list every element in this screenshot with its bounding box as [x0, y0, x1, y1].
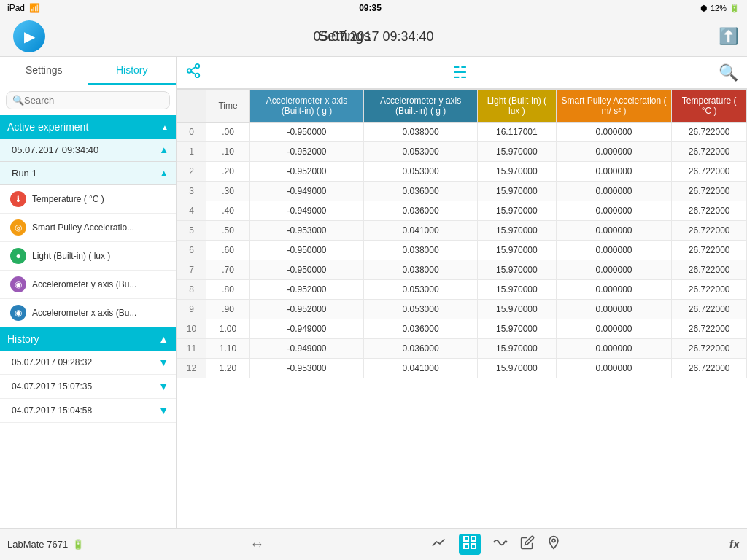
- cell-temp: 26.722000: [672, 300, 747, 319]
- svg-line-3: [191, 71, 196, 74]
- svg-rect-6: [471, 537, 476, 541]
- export-icon[interactable]: ⬆️: [719, 27, 738, 46]
- cell-accel-x: -0.952000: [250, 142, 364, 162]
- main-layout: Settings History 🔍 Active experiment ▲ 0…: [0, 57, 747, 528]
- cell-smart-pulley: 0.000000: [556, 122, 672, 142]
- cell-accel-y: 0.053000: [364, 142, 478, 162]
- cell-temp: 26.722000: [672, 201, 747, 221]
- header: ▶ Settings 05.07.2017 09:34:40 ⬆️: [0, 16, 747, 57]
- history-date-2: 04.07.2017 15:04:58: [12, 405, 92, 416]
- line-chart-icon[interactable]: [431, 536, 447, 553]
- fx-button[interactable]: fx: [729, 538, 740, 551]
- col-header-smart-pulley: Smart Pulley Acceleration ( m/ s² ): [556, 90, 672, 122]
- table-row: 3 .30 -0.949000 0.036000 15.970000 0.000…: [177, 182, 747, 201]
- cell-accel-y: 0.053000: [364, 162, 478, 182]
- history-label: History: [7, 333, 39, 345]
- col-header-accel-x: Accelerometer x axis (Built-in) ( g ): [250, 90, 364, 122]
- cell-temp: 26.722000: [672, 319, 747, 339]
- history-item-2[interactable]: 04.07.2017 15:04:58 ▼: [0, 399, 176, 423]
- svg-line-4: [191, 67, 196, 70]
- search-box[interactable]: 🔍: [6, 91, 170, 109]
- cell-row-num: 11: [177, 339, 206, 359]
- history-item-1[interactable]: 04.07.2017 15:07:35 ▼: [0, 375, 176, 399]
- cell-smart-pulley: 0.000000: [556, 162, 672, 182]
- cell-accel-x: -0.952000: [250, 280, 364, 300]
- sensor-temperature[interactable]: 🌡 Temperature ( °C ): [0, 185, 176, 214]
- filter-icon[interactable]: ☵: [453, 63, 468, 82]
- cell-row-num: 10: [177, 319, 206, 339]
- bottom-icons: [431, 534, 561, 555]
- wave-icon[interactable]: [492, 536, 508, 553]
- cell-time: .80: [206, 280, 250, 300]
- cell-accel-y: 0.038000: [364, 260, 478, 280]
- cell-accel-x: -0.953000: [250, 359, 364, 378]
- cell-smart-pulley: 0.000000: [556, 359, 672, 378]
- search-input[interactable]: [24, 95, 163, 106]
- cell-row-num: 12: [177, 359, 206, 378]
- cell-temp: 26.722000: [672, 241, 747, 260]
- tab-settings[interactable]: Settings: [0, 57, 88, 85]
- active-experiment-label: Active experiment: [7, 121, 88, 133]
- cell-accel-x: -0.953000: [250, 221, 364, 241]
- table-row: 8 .80 -0.952000 0.053000 15.970000 0.000…: [177, 280, 747, 300]
- experiment-date-item[interactable]: 05.07.2017 09:34:40 ▲: [0, 139, 176, 162]
- edit-icon[interactable]: [520, 535, 535, 553]
- history-date-1: 04.07.2017 15:07:35: [12, 381, 92, 392]
- bottom-toolbar: LabMate 7671 🔋 ⤢: [0, 528, 747, 560]
- cell-accel-y: 0.036000: [364, 319, 478, 339]
- cell-time: 1.20: [206, 359, 250, 378]
- light-icon: ●: [10, 248, 26, 264]
- sensor-accel-y[interactable]: ◉ Accelerometer y axis (Bu...: [0, 271, 176, 299]
- table-row: 6 .60 -0.950000 0.038000 15.970000 0.000…: [177, 241, 747, 260]
- cell-accel-x: -0.952000: [250, 300, 364, 319]
- cell-smart-pulley: 0.000000: [556, 201, 672, 221]
- diagonal-icon: ⤢: [249, 536, 266, 553]
- tab-history[interactable]: History: [88, 57, 177, 85]
- history-item-0-arrow: ▼: [158, 357, 169, 368]
- sensor-accel-x-label: Accelerometer x axis (Bu...: [32, 308, 136, 318]
- cell-accel-x: -0.949000: [250, 182, 364, 201]
- history-item-0[interactable]: 05.07.2017 09:28:32 ▼: [0, 351, 176, 375]
- cell-smart-pulley: 0.000000: [556, 260, 672, 280]
- table-row: 10 1.00 -0.949000 0.036000 15.970000 0.0…: [177, 319, 747, 339]
- search-content-icon[interactable]: 🔍: [719, 63, 738, 82]
- cell-light: 15.970000: [478, 241, 557, 260]
- sensor-smart-pulley[interactable]: ◎ Smart Pulley Acceleratio...: [0, 214, 176, 242]
- cell-accel-y: 0.038000: [364, 122, 478, 142]
- cell-time: .40: [206, 201, 250, 221]
- status-time: 09:35: [359, 3, 382, 13]
- cell-row-num: 7: [177, 260, 206, 280]
- col-header-row: [177, 90, 206, 122]
- history-section-header[interactable]: History ▲: [0, 327, 176, 351]
- share-icon[interactable]: [185, 63, 201, 82]
- history-item-1-arrow: ▼: [158, 381, 169, 392]
- run-item[interactable]: Run 1 ▲: [0, 162, 176, 185]
- header-right: ⬆️: [689, 27, 747, 46]
- cell-accel-x: -0.952000: [250, 162, 364, 182]
- table-row: 1 .10 -0.952000 0.053000 15.970000 0.000…: [177, 142, 747, 162]
- device-name: LabMate 7671: [7, 539, 68, 550]
- cell-light: 15.970000: [478, 339, 557, 359]
- col-header-light: Light (Built-in) ( lux ): [478, 90, 557, 122]
- history-date-0: 05.07.2017 09:28:32: [12, 357, 92, 368]
- cell-row-num: 2: [177, 162, 206, 182]
- experiment-arrow: ▲: [159, 144, 169, 155]
- device-info: LabMate 7671 🔋: [7, 539, 84, 550]
- cell-smart-pulley: 0.000000: [556, 339, 672, 359]
- sensor-temperature-label: Temperature ( °C ): [32, 194, 104, 204]
- active-experiment-header[interactable]: Active experiment ▲: [0, 115, 176, 139]
- pin-icon[interactable]: [546, 535, 561, 553]
- table-row: 11 1.10 -0.949000 0.036000 15.970000 0.0…: [177, 339, 747, 359]
- col-header-temp: Temperature ( °C ): [672, 90, 747, 122]
- sensor-light[interactable]: ● Light (Built-in) ( lux ): [0, 242, 176, 271]
- sensor-accel-x[interactable]: ◉ Accelerometer x axis (Bu...: [0, 299, 176, 327]
- cell-temp: 26.722000: [672, 122, 747, 142]
- content-area: ☵ 🔍 Time Accelerometer x axis (Built-in)…: [177, 57, 747, 528]
- grid-icon[interactable]: [459, 534, 481, 555]
- cell-temp: 26.722000: [672, 182, 747, 201]
- cell-accel-y: 0.036000: [364, 339, 478, 359]
- cell-smart-pulley: 0.000000: [556, 280, 672, 300]
- run-arrow: ▲: [159, 168, 169, 179]
- svg-point-0: [196, 64, 200, 69]
- cell-temp: 26.722000: [672, 260, 747, 280]
